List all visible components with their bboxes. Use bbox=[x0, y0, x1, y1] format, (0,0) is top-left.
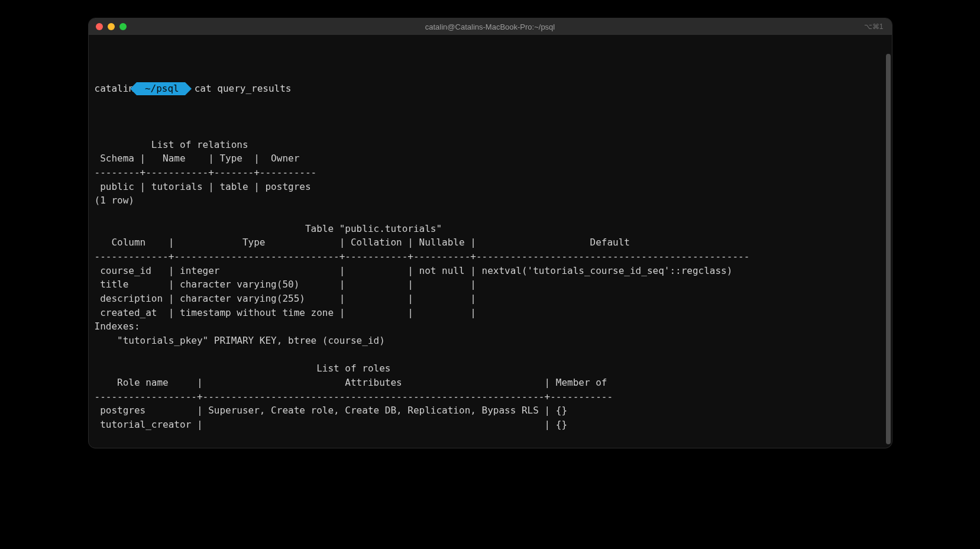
minimize-icon[interactable] bbox=[108, 23, 115, 30]
scrollbar[interactable] bbox=[886, 54, 891, 444]
prompt-command: cat query_results bbox=[195, 82, 292, 96]
relations-footer: (1 row) bbox=[95, 195, 134, 206]
index-line: "tutorials_pkey" PRIMARY KEY, btree (cou… bbox=[95, 335, 385, 346]
roles2-heading: List of roles bbox=[95, 447, 248, 448]
roles1-heading: List of roles bbox=[95, 363, 391, 374]
table-row: created_at | timestamp without time zone… bbox=[95, 307, 476, 318]
relations-output: List of relations Schema | Name | Type |… bbox=[95, 138, 886, 448]
terminal-window: catalin@Catalins-MacBook-Pro:~/psql ⌥⌘1 … bbox=[88, 18, 892, 448]
relations-heading: List of relations bbox=[95, 139, 248, 150]
table-rule: -------------+--------------------------… bbox=[95, 251, 750, 262]
roles1-row: postgres | Superuser, Create role, Creat… bbox=[95, 405, 568, 416]
titlebar: catalin@Catalins-MacBook-Pro:~/psql ⌥⌘1 bbox=[89, 18, 892, 35]
table-row: description | character varying(255) | |… bbox=[95, 293, 476, 304]
scrollbar-thumb[interactable] bbox=[886, 54, 891, 444]
table-heading: Table "public.tutorials" bbox=[95, 223, 442, 234]
terminal-body[interactable]: catalin ~/psql cat query_results List of… bbox=[89, 35, 892, 448]
table-header: Column | Type | Collation | Nullable | D… bbox=[95, 237, 630, 248]
roles1-rule: ------------------+---------------------… bbox=[95, 391, 613, 402]
close-icon[interactable] bbox=[96, 23, 103, 30]
window-hint: ⌥⌘1 bbox=[864, 22, 884, 31]
indexes-label: Indexes: bbox=[95, 321, 140, 332]
relations-header: Schema | Name | Type | Owner bbox=[95, 153, 300, 164]
table-row: title | character varying(50) | | | bbox=[95, 279, 476, 290]
relations-rule: --------+-----------+-------+---------- bbox=[95, 167, 317, 178]
window-controls bbox=[96, 23, 127, 30]
window-title: catalin@Catalins-MacBook-Pro:~/psql bbox=[425, 22, 555, 31]
table-row: course_id | integer | | not null | nextv… bbox=[95, 265, 733, 276]
relations-row: public | tutorials | table | postgres bbox=[95, 181, 311, 192]
maximize-icon[interactable] bbox=[119, 23, 127, 30]
prompt-path: ~/psql bbox=[137, 82, 185, 95]
prompt-line: catalin ~/psql cat query_results bbox=[95, 82, 886, 96]
roles1-header: Role name | Attributes | Member of bbox=[95, 377, 607, 388]
roles1-row: tutorial_creator | | {} bbox=[95, 419, 568, 430]
